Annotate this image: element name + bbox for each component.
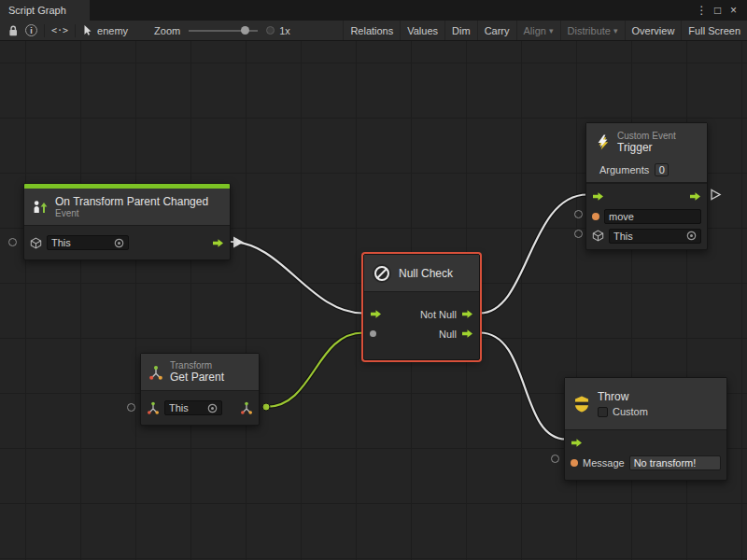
toolbar-button-align[interactable]: Align ▾: [516, 21, 560, 40]
button-label: Distribute: [568, 25, 611, 36]
chevron-down-icon: ▾: [613, 26, 618, 35]
target-dropdown[interactable]: This: [609, 229, 701, 244]
button-label: Overview: [632, 25, 675, 36]
value-input-port[interactable]: [574, 210, 583, 218]
graph-name-group: enemy: [82, 24, 128, 36]
node-title: Get Parent: [170, 371, 224, 384]
message-value: No transform!: [634, 457, 716, 469]
transform-parent-changed-icon: [32, 200, 49, 215]
message-label: Message: [583, 457, 625, 469]
chevron-down-icon: ▾: [549, 26, 554, 35]
tab-label: Script Graph: [8, 5, 66, 16]
target-value: This: [169, 402, 204, 413]
object-picker-icon[interactable]: [207, 403, 218, 413]
graph-toolbar: i <·> enemy Zoom 1x Relations Values: [0, 21, 747, 41]
node-null-check[interactable]: Null Check Not Null Null: [363, 254, 480, 360]
toolbar-button-values[interactable]: Values: [400, 21, 444, 40]
toolbar-buttons: Relations Values Dim Carry Align ▾ Distr…: [343, 21, 747, 40]
button-label: Values: [407, 25, 438, 36]
lock-icon[interactable]: [7, 24, 19, 37]
button-label: Dim: [452, 25, 471, 36]
null-check-icon: [372, 263, 392, 284]
button-label: Relations: [350, 25, 393, 36]
connection-event-to-nullcheck[interactable]: [231, 242, 363, 314]
zoom-slider-handle[interactable]: [241, 26, 249, 35]
flow-arrowhead-outline: [712, 190, 720, 200]
connection-notnull-to-trigger[interactable]: [480, 195, 587, 314]
connection-getparent-to-nullcheck[interactable]: [266, 333, 363, 408]
pointer-icon: [82, 24, 92, 36]
value-input-port[interactable]: [551, 455, 559, 463]
info-glyph: i: [30, 26, 33, 35]
close-icon[interactable]: ×: [726, 0, 740, 21]
toolbar-button-relations[interactable]: Relations: [343, 21, 400, 40]
gameobject-cube-icon: [30, 237, 42, 249]
node-subtitle: Event: [55, 208, 208, 218]
flow-input-port[interactable]: [592, 191, 604, 202]
transform-output-port[interactable]: [240, 401, 253, 414]
info-button[interactable]: i: [25, 24, 37, 36]
object-picker-icon[interactable]: [686, 231, 697, 241]
transform-icon: [148, 365, 163, 380]
script-graph-window: Script Graph ⋮ □ × i <·> enemy Zoom: [0, 0, 747, 560]
object-picker-icon[interactable]: [114, 238, 124, 248]
value-wire-start-dot: [262, 403, 270, 411]
string-input-port[interactable]: [592, 213, 599, 220]
zoom-label: Zoom: [154, 25, 180, 36]
zoom-slider[interactable]: [189, 30, 258, 32]
custom-event-icon: [594, 133, 611, 150]
output-label-not-null: Not Null: [420, 309, 457, 320]
toolbar-button-overview[interactable]: Overview: [625, 21, 682, 40]
button-label: Align: [524, 25, 546, 36]
toolbar-separator: [75, 24, 76, 37]
node-title: Null Check: [399, 267, 453, 280]
target-value: This: [51, 237, 110, 248]
value-input-port[interactable]: [574, 230, 583, 238]
node-get-parent[interactable]: Transform Get Parent This: [140, 353, 260, 426]
code-view-button[interactable]: <·>: [51, 25, 68, 35]
kebab-menu-icon[interactable]: ⋮: [695, 0, 709, 21]
flow-output-port[interactable]: [461, 309, 473, 319]
value-input-port[interactable]: [370, 330, 376, 337]
flow-input-port[interactable]: [370, 309, 382, 319]
node-title: Throw: [598, 390, 648, 403]
custom-checkbox[interactable]: [598, 407, 608, 417]
maximize-icon[interactable]: □: [711, 0, 725, 21]
toolbar-button-carry[interactable]: Carry: [477, 21, 516, 40]
string-input-port[interactable]: [571, 459, 578, 467]
value-input-port[interactable]: [127, 403, 135, 412]
button-label: Full Screen: [688, 25, 740, 36]
event-name-value: move: [609, 211, 697, 222]
graph-canvas[interactable]: On Transform Parent Changed Event This: [0, 41, 747, 560]
node-category: Custom Event: [617, 131, 676, 141]
flow-arrowhead: [233, 237, 244, 248]
flow-input-port[interactable]: [571, 438, 583, 448]
arguments-stepper[interactable]: 0: [655, 163, 669, 176]
window-controls: ⋮ □ ×: [695, 0, 747, 21]
node-on-transform-parent-changed[interactable]: On Transform Parent Changed Event This: [23, 183, 231, 260]
tab-bar: Script Graph ⋮ □ ×: [0, 0, 747, 21]
target-dropdown[interactable]: This: [47, 235, 129, 250]
graph-name-label: enemy: [97, 25, 128, 36]
message-input[interactable]: No transform!: [629, 455, 721, 470]
target-value: This: [613, 231, 683, 242]
node-title: Trigger: [617, 141, 676, 154]
throw-icon: [572, 395, 591, 413]
value-input-port[interactable]: [8, 238, 17, 246]
target-dropdown[interactable]: This: [164, 400, 222, 415]
tab-script-graph[interactable]: Script Graph: [0, 0, 90, 21]
flow-output-port[interactable]: [461, 329, 473, 339]
flow-output-port[interactable]: [212, 238, 224, 248]
node-throw[interactable]: Throw Custom Message No: [564, 377, 727, 481]
arguments-label: Arguments: [599, 164, 649, 175]
transform-port-icon[interactable]: [147, 401, 160, 414]
toolbar-button-fullscreen[interactable]: Full Screen: [681, 21, 747, 40]
node-trigger-custom-event[interactable]: Custom Event Trigger Arguments 0: [585, 122, 708, 250]
event-name-input[interactable]: move: [604, 209, 701, 224]
toolbar-separator: [44, 24, 45, 37]
gameobject-cube-icon: [592, 230, 604, 242]
toolbar-button-dim[interactable]: Dim: [444, 21, 477, 40]
zoom-reset-button[interactable]: [266, 26, 275, 35]
toolbar-button-distribute[interactable]: Distribute ▾: [560, 21, 625, 40]
flow-output-port[interactable]: [689, 191, 701, 202]
